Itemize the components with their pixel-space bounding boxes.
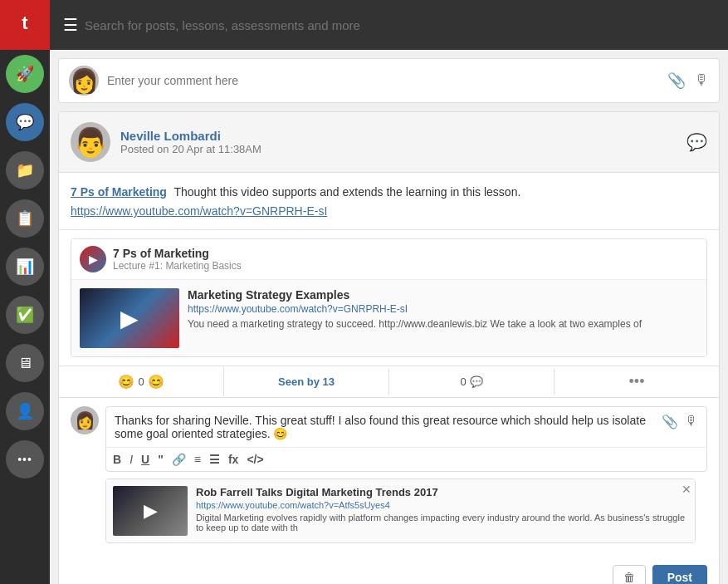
post-card: 👨 Neville Lombardi Posted on 20 Apr at 1… [58,111,720,584]
video-card-info: 7 Ps of Marketing Lecture #1: Marketing … [113,247,242,272]
reply-video-close-button[interactable]: ✕ [682,483,691,496]
post-author-avatar: 👨 [71,122,110,162]
sidebar-item-analytics[interactable]: 📊 [6,248,44,286]
post-tag[interactable]: 7 Ps of Marketing [71,185,167,199]
seen-by-cell[interactable]: Seen by 13 [224,369,389,395]
reply-text-content: Thanks for sharing Neville. This great s… [115,414,646,440]
video-card-header: ▶ 7 Ps of Marketing Lecture #1: Marketin… [71,239,706,280]
reply-mic-icon[interactable]: 🎙 [685,414,698,429]
comment-input-bar: 👩 📎 🎙 [58,58,720,103]
reply-row: 👩 Thanks for sharing Neville. This great… [71,406,707,472]
reply-actions: 🗑 Post [59,558,719,584]
post-author-name: Neville Lombardi [120,129,261,143]
sidebar-item-more[interactable]: ••• [6,440,44,478]
post-reply-button[interactable]: Post [652,565,707,584]
sidebar-item-tasks[interactable]: ✅ [6,296,44,334]
italic-button[interactable]: I [129,453,133,466]
microphone-icon[interactable]: 🎙 [694,71,709,90]
link-button[interactable]: 🔗 [172,453,186,466]
add-emoji-icon: 😊 [148,374,164,390]
reply-video-url[interactable]: https://www.youtube.com/watch?v=Atfs5sUy… [196,500,688,510]
post-body: 7 Ps of Marketing Thought this video sup… [59,173,719,230]
reply-attach-icon[interactable]: 📎 [662,414,678,429]
video-card-logo: ▶ [80,246,106,272]
video-url[interactable]: https://www.youtube.com/watch?v=GNRPRH-E… [188,303,698,315]
sidebar: t 🚀 💬 📁 📋 📊 ✅ 🖥 👤 ••• [0,0,50,584]
comment-count-cell[interactable]: 0 💬 [389,369,555,395]
seen-by-label: Seen by 13 [278,375,335,388]
global-search-input[interactable] [85,18,715,32]
main-content: ☰ 👩 📎 🎙 👨 Neville Lombardi [50,0,728,584]
sidebar-item-monitor[interactable]: 🖥 [6,344,44,382]
reply-video-thumbnail: ▶ [113,486,188,536]
video-desc: You need a marketing strategy to succeed… [188,318,698,330]
reply-video-inner: ▶ Rob Farrell Talks Digital Marketing Tr… [106,479,695,542]
sidebar-item-user[interactable]: 👤 [6,392,44,430]
reply-video-info: Rob Farrell Talks Digital Marketing Tren… [196,486,688,532]
unordered-list-button[interactable]: ☰ [209,453,220,466]
reply-section: 👩 Thanks for sharing Neville. This great… [59,398,719,558]
comment-count: 0 [460,375,466,388]
emoji-icon: 😊 [118,374,134,390]
code-button[interactable]: </> [247,453,263,466]
topbar: ☰ [50,0,728,50]
sidebar-item-chat[interactable]: 💬 [6,103,44,141]
emoji-reaction-cell[interactable]: 😊 0 😊 [59,367,224,396]
app-logo[interactable]: t [0,0,50,50]
sidebar-item-dashboard[interactable]: 🚀 [6,55,44,93]
bold-button[interactable]: B [113,453,121,466]
more-options-icon[interactable]: ••• [629,373,645,390]
ordered-list-button[interactable]: ≡ [194,453,201,466]
comment-input-field[interactable] [107,74,667,87]
sidebar-item-documents[interactable]: 📋 [6,199,44,238]
hamburger-menu[interactable]: ☰ [63,15,78,35]
reply-editor: Thanks for sharing Neville. This great s… [105,406,707,472]
current-user-avatar: 👩 [69,66,99,96]
post-header: 👨 Neville Lombardi Posted on 20 Apr at 1… [59,112,719,173]
sidebar-item-folder[interactable]: 📁 [6,151,44,189]
quote-button[interactable]: " [158,453,164,466]
post-body-text: Thought this video supports and extends … [173,185,520,199]
video-card-title: 7 Ps of Marketing [113,247,242,260]
comment-icon: 💬 [470,375,483,388]
emoji-count: 0 [138,375,144,388]
more-options-cell[interactable]: ••• [555,366,719,397]
underline-button[interactable]: U [141,453,149,466]
reply-video-title: Rob Farrell Talks Digital Marketing Tren… [196,486,688,498]
video-title: Marketing Strategy Examples [188,288,698,302]
attachment-icon[interactable]: 📎 [667,71,686,90]
reply-video-desc: Digital Marketing evolves rapidly with p… [196,513,688,532]
post-author-info: Neville Lombardi Posted on 20 Apr at 11:… [120,129,261,155]
post-comment-icon[interactable]: 💬 [686,132,707,152]
reply-toolbar: B I U " 🔗 ≡ ☰ fx </> [106,447,706,471]
post-link[interactable]: https://www.youtube.com/watch?v=GNRPRH-E… [71,204,707,218]
video-thumbnail[interactable]: ▶ [80,288,179,348]
reply-attachment-icons: 📎 🎙 [662,414,698,429]
reply-user-avatar: 👩 [71,406,99,434]
svg-text:t: t [22,12,28,33]
embedded-video-card: ▶ 7 Ps of Marketing Lecture #1: Marketin… [71,238,707,357]
video-preview: ▶ Marketing Strategy Examples https://ww… [71,280,706,356]
content-area: 👩 📎 🎙 👨 Neville Lombardi Posted on 20 Ap… [50,50,728,584]
reaction-bar: 😊 0 😊 Seen by 13 0 💬 ••• [59,366,719,398]
post-date: Posted on 20 Apr at 11:38AM [120,143,261,155]
delete-reply-button[interactable]: 🗑 [613,565,646,584]
reply-video-preview: ▶ Rob Farrell Talks Digital Marketing Tr… [105,478,696,543]
reply-text-area[interactable]: Thanks for sharing Neville. This great s… [106,407,706,447]
comment-input-icons: 📎 🎙 [667,71,709,90]
fx-button[interactable]: fx [228,453,238,466]
video-info: Marketing Strategy Examples https://www.… [188,288,698,348]
video-card-subtitle: Lecture #1: Marketing Basics [113,260,242,272]
